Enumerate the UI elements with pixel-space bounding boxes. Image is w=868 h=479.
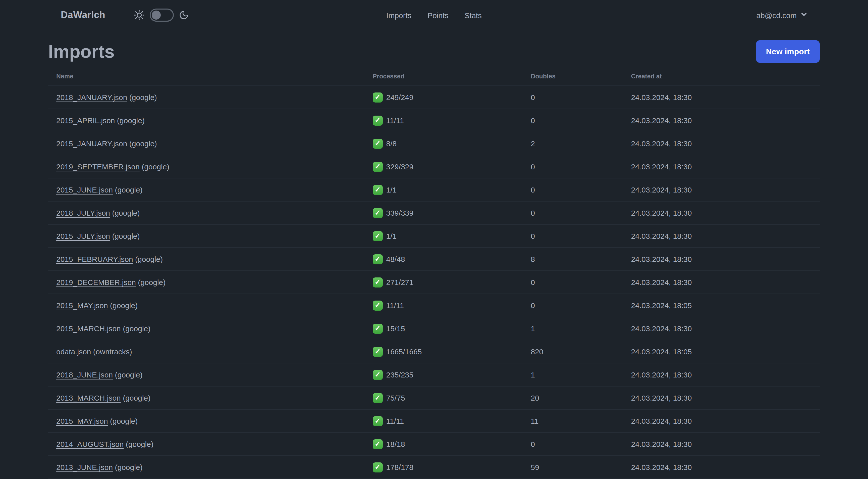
doubles-cell: 1 (523, 363, 623, 386)
nav-links: Imports Points Stats (386, 11, 482, 19)
app-logo[interactable]: DaWarIch (61, 9, 105, 21)
success-check-icon: ✓ (373, 462, 383, 472)
doubles-count: 0 (531, 440, 535, 448)
table-row: 2013_JUNE.json (google) ✓ 178/178 59 24.… (48, 456, 820, 479)
column-header-doubles: Doubles (523, 67, 623, 86)
import-file-link[interactable]: odata.json (56, 347, 91, 356)
doubles-count: 820 (531, 347, 543, 356)
import-source-label: (google) (123, 394, 150, 402)
doubles-cell: 1 (523, 317, 623, 340)
nav-link-points[interactable]: Points (428, 11, 448, 19)
created-at-value: 24.03.2024, 18:30 (631, 278, 692, 287)
import-file-link[interactable]: 2014_AUGUST.json (56, 440, 124, 448)
doubles-count: 0 (531, 185, 535, 194)
name-cell: 2018_JULY.json (google) (48, 201, 365, 224)
created-at-value: 24.03.2024, 18:30 (631, 232, 692, 240)
name-cell: 2015_MAY.json (google) (48, 409, 365, 432)
created-at-value: 24.03.2024, 18:30 (631, 255, 692, 263)
nav-link-imports[interactable]: Imports (386, 11, 411, 19)
doubles-count: 11 (531, 417, 538, 425)
doubles-count: 0 (531, 116, 535, 125)
created-at-cell: 24.03.2024, 18:30 (623, 201, 820, 224)
table-row: odata.json (owntracks) ✓ 1665/1665 820 2… (48, 340, 820, 363)
processed-count: 11/11 (386, 416, 404, 426)
table-row: 2015_JULY.json (google) ✓ 1/1 0 24.03.20… (48, 224, 820, 247)
import-file-link[interactable]: 2015_JUNE.json (56, 185, 113, 194)
doubles-cell: 11 (523, 409, 623, 432)
doubles-cell: 0 (523, 155, 623, 178)
doubles-count: 0 (531, 278, 535, 287)
import-file-link[interactable]: 2018_JUNE.json (56, 370, 113, 379)
import-file-link[interactable]: 2019_DECEMBER.json (56, 278, 136, 287)
name-cell: 2019_DECEMBER.json (google) (48, 271, 365, 294)
processed-cell: ✓ 249/249 (365, 86, 523, 109)
created-at-value: 24.03.2024, 18:30 (631, 463, 692, 472)
table-row: 2015_JANUARY.json (google) ✓ 8/8 2 24.03… (48, 132, 820, 155)
theme-toggle-knob (151, 10, 160, 20)
user-email: ab@cd.com (756, 11, 797, 19)
import-file-link[interactable]: 2013_MARCH.json (56, 394, 121, 402)
processed-count: 235/235 (386, 369, 413, 380)
processed-cell: ✓ 75/75 (365, 386, 523, 409)
processed-count: 18/18 (386, 439, 405, 449)
import-file-link[interactable]: 2015_MARCH.json (56, 324, 121, 333)
import-file-link[interactable]: 2015_MAY.json (56, 301, 108, 310)
doubles-cell: 0 (523, 432, 623, 456)
created-at-value: 24.03.2024, 18:30 (631, 394, 692, 402)
table-row: 2013_MARCH.json (google) ✓ 75/75 20 24.0… (48, 386, 820, 409)
import-source-label: (google) (117, 116, 145, 125)
import-file-link[interactable]: 2019_SEPTEMBER.json (56, 162, 140, 171)
import-file-link[interactable]: 2015_JANUARY.json (56, 139, 127, 148)
doubles-cell: 820 (523, 340, 623, 363)
created-at-value: 24.03.2024, 18:30 (631, 93, 692, 101)
navbar: DaWarIch (0, 0, 868, 30)
import-file-link[interactable]: 2013_JUNE.json (56, 463, 113, 472)
doubles-cell: 0 (523, 86, 623, 109)
created-at-value: 24.03.2024, 18:30 (631, 324, 692, 333)
theme-toggle[interactable] (149, 8, 174, 22)
created-at-cell: 24.03.2024, 18:30 (623, 155, 820, 178)
success-check-icon: ✓ (373, 439, 383, 449)
doubles-count: 0 (531, 162, 535, 171)
import-file-link[interactable]: 2018_JULY.json (56, 209, 110, 217)
table-row: 2015_JUNE.json (google) ✓ 1/1 0 24.03.20… (48, 178, 820, 201)
success-check-icon: ✓ (373, 370, 383, 380)
created-at-cell: 24.03.2024, 18:30 (623, 247, 820, 271)
created-at-value: 24.03.2024, 18:30 (631, 440, 692, 448)
sun-icon (133, 9, 145, 21)
processed-cell: ✓ 15/15 (365, 317, 523, 340)
processed-cell: ✓ 11/11 (365, 109, 523, 132)
name-cell: 2013_JUNE.json (google) (48, 456, 365, 479)
created-at-cell: 24.03.2024, 18:30 (623, 317, 820, 340)
name-cell: 2015_JULY.json (google) (48, 224, 365, 247)
created-at-cell: 24.03.2024, 18:30 (623, 386, 820, 409)
import-source-label: (google) (126, 440, 153, 448)
processed-count: 178/178 (386, 462, 413, 473)
name-cell: 2015_MARCH.json (google) (48, 317, 365, 340)
import-file-link[interactable]: 2015_MAY.json (56, 417, 108, 425)
processed-count: 11/11 (386, 115, 404, 126)
name-cell: 2015_FEBRUARY.json (google) (48, 247, 365, 271)
name-cell: 2015_JUNE.json (google) (48, 178, 365, 201)
import-source-label: (google) (115, 463, 143, 472)
column-header-created-at: Created at (623, 67, 820, 86)
doubles-cell: 0 (523, 294, 623, 317)
created-at-value: 24.03.2024, 18:30 (631, 162, 692, 171)
doubles-cell: 0 (523, 178, 623, 201)
doubles-cell: 0 (523, 224, 623, 247)
success-check-icon: ✓ (373, 393, 383, 403)
name-cell: 2018_JUNE.json (google) (48, 363, 365, 386)
processed-count: 15/15 (386, 323, 405, 334)
import-file-link[interactable]: 2018_JANUARY.json (56, 93, 127, 101)
new-import-button[interactable]: New import (756, 40, 820, 63)
created-at-cell: 24.03.2024, 18:30 (623, 432, 820, 456)
doubles-cell: 59 (523, 456, 623, 479)
import-file-link[interactable]: 2015_APRIL.json (56, 116, 115, 125)
import-source-label: (google) (115, 370, 143, 379)
import-file-link[interactable]: 2015_JULY.json (56, 232, 110, 240)
processed-cell: ✓ 271/271 (365, 271, 523, 294)
user-menu[interactable]: ab@cd.com (756, 10, 808, 20)
table-row: 2019_DECEMBER.json (google) ✓ 271/271 0 … (48, 271, 820, 294)
nav-link-stats[interactable]: Stats (465, 11, 482, 19)
import-file-link[interactable]: 2015_FEBRUARY.json (56, 255, 133, 263)
